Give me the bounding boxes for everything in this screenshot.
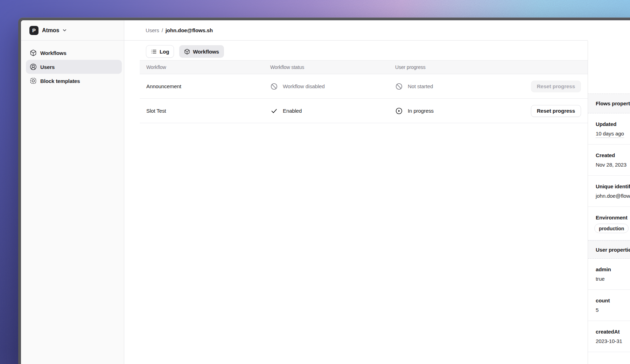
action-cell: Reset progress — [531, 80, 588, 92]
workflow-table: Workflow Workflow status User progress A… — [140, 60, 588, 123]
workflow-name: Slot Test — [140, 108, 264, 114]
tab-workflows-label: Workflows — [193, 49, 219, 55]
workflow-name: Announcement — [140, 83, 264, 89]
reset-progress-button[interactable]: Reset progress — [531, 105, 581, 117]
check-icon — [270, 107, 278, 115]
workspace-logo: P — [29, 26, 38, 35]
chevron-down-icon — [62, 28, 67, 33]
property-label: Created — [596, 152, 630, 159]
workspace-name: Atmos — [42, 27, 59, 34]
workflow-status-cell: Enabled — [264, 107, 388, 115]
user-progress-cell: Not started — [388, 83, 531, 90]
user-progress-label: Not started — [408, 83, 433, 89]
property-row-created: Created Nov 28, 2023 — [588, 145, 630, 176]
user-progress-cell: In progress — [388, 107, 531, 115]
property-value: true — [596, 275, 630, 282]
tab-log[interactable]: Log — [146, 45, 174, 58]
property-row-environment: Environment production — [588, 207, 630, 240]
sidebar-item-label: Users — [40, 64, 55, 70]
tab-bar: Log Workflows — [124, 41, 588, 60]
property-label: Updated — [596, 121, 630, 128]
sidebar: P Atmos Workflows Users — [21, 20, 124, 364]
property-label: Unique identifier — [596, 183, 630, 190]
property-row-unique-identifier: Unique identifier john.doe@flows.sh — [588, 176, 630, 207]
property-value: 2023-10-31 — [596, 338, 630, 345]
details-panel: Flows properties Updated 10 days ago Cre… — [588, 20, 630, 364]
action-cell: Reset progress — [531, 105, 588, 117]
tab-log-label: Log — [160, 49, 169, 55]
details-panel-body: Flows properties Updated 10 days ago Cre… — [588, 41, 630, 364]
table-row: Announcement Workflow disabled Not start… — [140, 74, 588, 99]
property-row-updated: Updated 10 days ago — [588, 113, 630, 145]
column-header-workflow: Workflow — [140, 64, 264, 70]
block-templates-icon — [30, 77, 37, 84]
ban-icon — [395, 83, 403, 90]
property-label: count — [596, 297, 630, 304]
workflow-status-label: Enabled — [283, 108, 302, 114]
property-row-count: count 5 — [588, 290, 630, 321]
sidebar-item-workflows[interactable]: Workflows — [26, 46, 122, 60]
table-header: Workflow Workflow status User progress — [140, 61, 588, 74]
tab-workflows[interactable]: Workflows — [179, 45, 224, 58]
play-circle-icon — [395, 107, 403, 115]
reset-progress-button: Reset progress — [531, 80, 581, 92]
app-window: P Atmos Workflows Users — [18, 18, 630, 364]
app-content: P Atmos Workflows Users — [21, 20, 630, 364]
environment-badge: production — [594, 224, 629, 233]
column-header-status: Workflow status — [264, 64, 388, 70]
property-label: admin — [596, 266, 630, 273]
sidebar-nav: Workflows Users Block templates — [21, 41, 124, 88]
sidebar-item-label: Block templates — [40, 78, 80, 84]
sidebar-item-label: Workflows — [40, 50, 66, 56]
user-properties-header: User properties — [588, 240, 630, 259]
breadcrumb: Users / john.doe@flows.sh — [124, 20, 588, 41]
property-label: Environment — [596, 214, 630, 221]
sidebar-item-users[interactable]: Users — [26, 60, 122, 74]
list-icon — [151, 49, 157, 55]
property-value: john.doe@flows.sh — [596, 192, 630, 200]
workflow-status-cell: Workflow disabled — [264, 83, 388, 90]
property-label: createdAt — [596, 328, 630, 335]
sidebar-item-block-templates[interactable]: Block templates — [26, 74, 122, 88]
property-value: Nov 28, 2023 — [596, 161, 630, 168]
property-row-createdAt: createdAt 2023-10-31 — [588, 321, 630, 352]
breadcrumb-current-user: john.doe@flows.sh — [166, 27, 213, 33]
ban-icon — [270, 83, 278, 90]
workspace-switcher[interactable]: P Atmos — [21, 20, 124, 41]
breadcrumb-separator: / — [162, 27, 163, 33]
property-value-tooltip[interactable]: 10 days ago — [596, 131, 624, 138]
user-progress-label: In progress — [408, 108, 434, 114]
breadcrumb-section[interactable]: Users — [146, 27, 159, 33]
workflow-status-label: Workflow disabled — [283, 83, 325, 89]
main-content: Users / john.doe@flows.sh Log Workflows — [124, 20, 588, 364]
box-icon — [184, 49, 190, 55]
property-row-admin: admin true — [588, 259, 630, 290]
flows-properties-header: Flows properties — [588, 93, 630, 113]
user-circle-icon — [30, 63, 37, 70]
column-header-progress: User progress — [388, 64, 581, 70]
property-value: 5 — [596, 307, 630, 314]
table-row: Slot Test Enabled In progress — [140, 99, 588, 123]
box-icon — [30, 49, 37, 56]
